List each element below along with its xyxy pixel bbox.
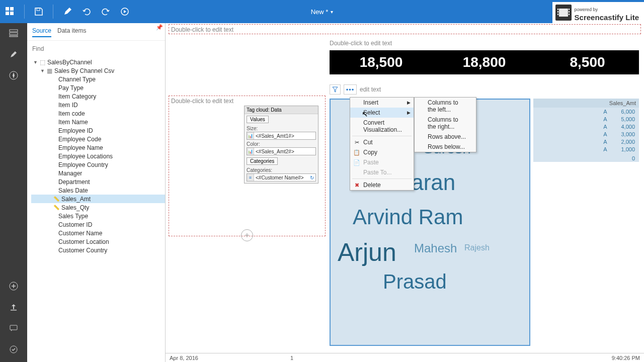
menu-select[interactable]: Select▶	[350, 108, 414, 118]
report-canvas: Double-click to edit text Double-click t…	[166, 23, 644, 362]
menu-delete[interactable]: ✖Delete	[350, 180, 414, 190]
top-toolbar: New * ▾	[0, 0, 644, 23]
data-column: Sales_Amt A6,000A5,000A4,000A3,000A2,000…	[533, 99, 639, 162]
redo-icon[interactable]	[101, 7, 111, 17]
tab-dataitems[interactable]: Data items	[57, 27, 86, 37]
properties-panel: Tag cloud: Data Values Size: 📊<#Sales_Am…	[244, 106, 318, 184]
find-input[interactable]	[32, 45, 160, 52]
compass-icon[interactable]	[9, 70, 19, 80]
submenu-rows-below[interactable]: Rows below...	[415, 142, 476, 152]
submenu-rows-above[interactable]: Rows above...	[415, 132, 476, 142]
menu-insert[interactable]: Insert▶	[350, 98, 414, 108]
svg-rect-19	[10, 325, 17, 330]
svg-rect-9	[557, 14, 558, 15]
submenu-cols-left[interactable]: Columns to the left...	[415, 98, 476, 115]
title-placeholder-top[interactable]: Double-click to edit text	[169, 24, 641, 34]
categories-field[interactable]: ≡<#Customer Name#>↻	[247, 173, 316, 182]
document-title[interactable]: New * ▾	[311, 8, 334, 16]
pencil-icon[interactable]	[9, 49, 19, 59]
tree-item[interactable]: Customer Country	[31, 246, 165, 254]
context-menu: Insert▶ Select▶ Convert Visualization...…	[350, 97, 414, 191]
tree-item[interactable]: Item ID	[31, 101, 165, 109]
context-submenu: Columns to the left... Columns to the ri…	[414, 97, 476, 152]
data-row: 0	[533, 154, 639, 162]
menu-cut[interactable]: ✂Cut	[350, 137, 414, 147]
tree-item[interactable]: Employee ID	[31, 126, 165, 135]
menu-convert[interactable]: Convert Visualization...	[350, 118, 414, 135]
check-icon[interactable]	[9, 344, 19, 354]
data-icon[interactable]	[9, 28, 19, 38]
undo-icon[interactable]	[82, 7, 92, 17]
filter-button[interactable]	[330, 84, 341, 95]
tag-arjun[interactable]: Arjun	[338, 238, 396, 267]
svg-rect-6	[559, 9, 568, 17]
menu-pasteto: Paste To...	[350, 167, 414, 177]
svg-rect-3	[10, 12, 14, 15]
run-icon[interactable]	[120, 7, 130, 17]
tree-item[interactable]: Employee Locations	[31, 152, 165, 160]
svg-rect-0	[6, 7, 9, 11]
tree-item[interactable]: Item Category	[31, 92, 165, 101]
tab-source[interactable]: Source	[32, 27, 51, 37]
kpi-3: 8,500	[536, 50, 639, 74]
tag-arvind-ram[interactable]: Arvind Ram	[353, 205, 463, 229]
svg-rect-10	[569, 9, 570, 10]
values-btn[interactable]: Values	[247, 116, 269, 123]
edit-icon[interactable]	[62, 7, 72, 17]
svg-rect-7	[557, 9, 558, 10]
tree-item[interactable]: Sales Type	[31, 212, 165, 220]
tree-item[interactable]: Channel Type	[31, 75, 165, 83]
kpi-1: 18,500	[330, 50, 433, 74]
tree-item[interactable]: Sales Date	[31, 186, 165, 195]
tree-item[interactable]: Employee Country	[31, 160, 165, 169]
more-button[interactable]: •••	[344, 84, 357, 95]
tag-prasad[interactable]: Prasad	[383, 270, 447, 293]
size-label: Size:	[247, 126, 316, 131]
add-icon[interactable]	[9, 281, 19, 291]
add-widget-button[interactable]: +	[241, 229, 253, 241]
app-icon[interactable]	[5, 7, 15, 17]
tree-item[interactable]: Employee Name	[31, 143, 165, 152]
tree-item[interactable]: 📏 Sales_Qty	[31, 203, 165, 212]
filter-placeholder: edit text	[360, 86, 381, 93]
save-icon[interactable]	[34, 7, 44, 17]
status-date: Apr 8, 2016	[170, 355, 198, 361]
tag-rajesh[interactable]: Rajesh	[464, 243, 490, 252]
prop-title: Tag cloud: Data	[245, 106, 318, 114]
left-rail	[0, 23, 27, 362]
tree-item[interactable]: Pay Type	[31, 83, 165, 92]
menu-copy[interactable]: 📋Copy	[350, 147, 414, 157]
size-field[interactable]: 📊<#Sales_Amt1#>	[247, 132, 316, 140]
upload-icon[interactable]	[9, 302, 19, 312]
side-panel: 📌 Source Data items ▼ ⬚ SalesByChannel▼ …	[27, 23, 166, 362]
tag-mahesh[interactable]: Mahesh	[414, 241, 457, 255]
submenu-cols-right[interactable]: Columns to the right...	[415, 115, 476, 132]
tree-item[interactable]: Customer ID	[31, 220, 165, 229]
tree-item[interactable]: Item code	[31, 109, 165, 118]
svg-rect-14	[10, 33, 18, 35]
tree-item[interactable]: Item Name	[31, 118, 165, 126]
pin-icon[interactable]: 📌	[156, 24, 163, 31]
data-tree: ▼ ⬚ SalesByChannel▼ ▦ Sales By Channel C…	[27, 56, 165, 362]
kpi-bar: 18,500 18,800 8,500	[330, 50, 639, 74]
tree-item[interactable]: Manager	[31, 169, 165, 177]
tree-item[interactable]: Department	[31, 177, 165, 186]
svg-rect-15	[10, 36, 18, 37]
tree-item[interactable]: Employee Code	[31, 135, 165, 143]
kpi-2: 18,800	[433, 50, 536, 74]
svg-rect-13	[10, 30, 18, 32]
svg-rect-8	[557, 11, 558, 13]
tree-item[interactable]: Customer Name	[31, 229, 165, 237]
status-page: 1	[290, 355, 293, 361]
color-field[interactable]: 📊<#Sales_Amt2#>	[247, 147, 316, 155]
status-time: 9:40:26 PM	[612, 355, 640, 361]
svg-rect-11	[569, 11, 570, 13]
screencastify-badge: powered byScreencastify Lite	[552, 2, 644, 23]
tree-item[interactable]: 📏 Sales_Amt	[31, 195, 165, 203]
data-row: A2,000	[533, 138, 639, 145]
chat-icon[interactable]	[9, 323, 19, 333]
title-placeholder-2[interactable]: Double-click to edit text	[328, 38, 641, 47]
categories-btn[interactable]: Categories	[247, 157, 278, 165]
tree-item[interactable]: Customer Location	[31, 237, 165, 246]
data-row: A1,000	[533, 145, 639, 153]
